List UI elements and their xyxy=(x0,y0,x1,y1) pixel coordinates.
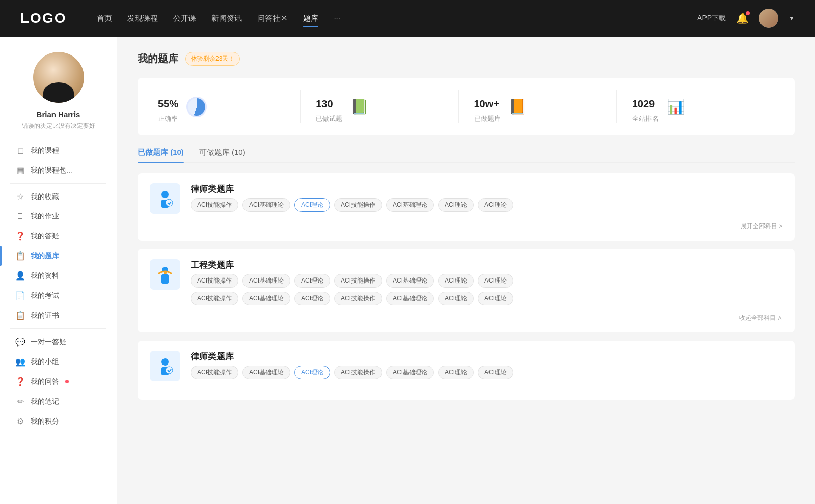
stat-done-banks: 10w+ 已做题库 📙 xyxy=(459,90,617,123)
tag-2-1-4[interactable]: ACI基础理论 xyxy=(386,292,434,305)
nav-qbank[interactable]: 题库 xyxy=(303,12,318,25)
tag-1-6[interactable]: ACI理论 xyxy=(478,198,513,212)
stat-rank-numbers: 1029 全站排名 xyxy=(632,90,659,123)
qbank-info-2: 工程类题库 ACI技能操作 ACI基础理论 ACI理论 ACI技能操作 ACI基… xyxy=(191,259,782,305)
tag-2-1-5[interactable]: ACI理论 xyxy=(438,292,474,305)
user-menu-chevron[interactable]: ▼ xyxy=(789,15,795,22)
tag-2-0-0[interactable]: ACI技能操作 xyxy=(191,274,238,288)
sidebar-item-materials[interactable]: 👤 我的资料 xyxy=(0,266,117,286)
nav-open-course[interactable]: 公开课 xyxy=(173,12,196,25)
logo: LOGO xyxy=(20,10,66,26)
sidebar-item-certificates[interactable]: 📋 我的证书 xyxy=(0,305,117,325)
sidebar-item-favorites[interactable]: ☆ 我的收藏 xyxy=(0,187,117,207)
sidebar-item-groups[interactable]: 👥 我的小组 xyxy=(0,352,117,372)
svg-rect-4 xyxy=(161,274,169,284)
tag-2-1-2[interactable]: ACI理论 xyxy=(294,292,330,305)
sidebar-item-one-on-one[interactable]: 💬 一对一答疑 xyxy=(0,332,117,352)
nav-qa[interactable]: 问答社区 xyxy=(257,12,288,25)
stat-accuracy-numbers: 55% 正确率 xyxy=(158,90,178,123)
notification-dot xyxy=(746,11,750,15)
expand-link-1[interactable]: 展开全部科目 > xyxy=(150,222,782,231)
sidebar-item-points[interactable]: ⚙ 我的积分 xyxy=(0,411,117,431)
navbar: LOGO 首页 发现课程 公开课 新闻资讯 问答社区 题库 ··· APP下载 … xyxy=(0,0,815,37)
tag-2-0-4[interactable]: ACI基础理论 xyxy=(386,274,434,288)
tag-2-1-6[interactable]: ACI理论 xyxy=(478,292,513,305)
qbank-icon-lawyer xyxy=(150,183,180,214)
tag-3-5[interactable]: ACI理论 xyxy=(438,366,474,379)
tag-1-0[interactable]: ACI技能操作 xyxy=(191,198,238,212)
tag-1-3[interactable]: ACI技能操作 xyxy=(334,198,382,212)
sidebar-item-homework[interactable]: 🗒 我的作业 xyxy=(0,207,117,226)
tag-3-2[interactable]: ACI理论 xyxy=(294,366,330,379)
avatar-image xyxy=(759,9,778,28)
lawyer-svg-icon-2 xyxy=(154,355,176,377)
rank-value: 1029 xyxy=(632,90,659,112)
done-questions-value: 130 xyxy=(316,90,342,112)
tag-3-4[interactable]: ACI基础理论 xyxy=(386,366,434,379)
notes-icon: ✏ xyxy=(15,397,25,406)
qbank-header-3: 律师类题库 ACI技能操作 ACI基础理论 ACI理论 ACI技能操作 ACI基… xyxy=(150,351,782,381)
nav-news[interactable]: 新闻资讯 xyxy=(211,12,242,25)
sidebar-item-my-qa[interactable]: ❓ 我的问答 xyxy=(0,372,117,391)
stat-site-rank: 1029 全站排名 📊 xyxy=(617,90,774,123)
tag-3-3[interactable]: ACI技能操作 xyxy=(334,366,382,379)
qbank-info-3: 律师类题库 ACI技能操作 ACI基础理论 ACI理论 ACI技能操作 ACI基… xyxy=(191,351,513,379)
sidebar-item-my-courses[interactable]: ◻ 我的课程 xyxy=(0,141,117,160)
user-avatar-nav[interactable] xyxy=(759,9,778,28)
sidebar-item-qbank[interactable]: 📋 我的题库 xyxy=(0,246,117,266)
app-download-link[interactable]: APP下载 xyxy=(697,14,726,23)
one-on-one-icon: 💬 xyxy=(15,337,25,347)
tag-2-1-0[interactable]: ACI技能操作 xyxy=(191,292,238,305)
tag-3-1[interactable]: ACI基础理论 xyxy=(242,366,290,379)
svg-point-0 xyxy=(161,191,169,198)
tag-1-4[interactable]: ACI基础理论 xyxy=(386,198,434,212)
qbank-tags-1: ACI技能操作 ACI基础理论 ACI理论 ACI技能操作 ACI基础理论 AC… xyxy=(191,198,513,212)
menu-divider-2 xyxy=(10,328,106,329)
stat-done-numbers: 130 已做试题 xyxy=(316,90,342,123)
nav-home[interactable]: 首页 xyxy=(97,12,112,25)
done-banks-value: 10w+ xyxy=(474,90,501,112)
tag-2-0-1[interactable]: ACI基础理论 xyxy=(242,274,290,288)
tag-2-1-3[interactable]: ACI技能操作 xyxy=(334,292,382,305)
page-title: 我的题库 xyxy=(138,52,178,66)
qbank-header-2: 工程类题库 ACI技能操作 ACI基础理论 ACI理论 ACI技能操作 ACI基… xyxy=(150,259,782,305)
tag-2-0-6[interactable]: ACI理论 xyxy=(478,274,513,288)
tab-available-banks[interactable]: 可做题库 (10) xyxy=(199,148,246,162)
tabs-row: 已做题库 (10) 可做题库 (10) xyxy=(138,148,795,163)
tag-1-1[interactable]: ACI基础理论 xyxy=(242,198,290,212)
star-icon: ☆ xyxy=(15,192,25,202)
rank-icon: 📊 xyxy=(667,98,685,115)
qbank-card-lawyer-1: 律师类题库 ACI技能操作 ACI基础理论 ACI理论 ACI技能操作 ACI基… xyxy=(138,173,795,241)
tag-2-0-2[interactable]: ACI理论 xyxy=(294,274,330,288)
tag-3-0[interactable]: ACI技能操作 xyxy=(191,366,238,379)
sidebar-item-exams[interactable]: 📄 我的考试 xyxy=(0,286,117,305)
tag-2-1-1[interactable]: ACI基础理论 xyxy=(242,292,290,305)
qbank-card-engineer: 工程类题库 ACI技能操作 ACI基础理论 ACI理论 ACI技能操作 ACI基… xyxy=(138,249,795,332)
stat-done-banks-numbers: 10w+ 已做题库 xyxy=(474,90,501,123)
tag-3-6[interactable]: ACI理论 xyxy=(478,366,513,379)
tag-1-5[interactable]: ACI理论 xyxy=(438,198,474,212)
stats-card: 55% 正确率 130 已做试题 📗 10w+ xyxy=(138,78,795,135)
nav-more[interactable]: ··· xyxy=(334,12,340,25)
collapse-link-2[interactable]: 收起全部科目 ∧ xyxy=(150,314,782,322)
exams-icon: 📄 xyxy=(15,291,25,300)
tag-2-0-3[interactable]: ACI技能操作 xyxy=(334,274,382,288)
tag-1-2[interactable]: ACI理论 xyxy=(294,198,330,212)
qbank-title-3: 律师类题库 xyxy=(191,351,513,362)
notification-icon[interactable]: 🔔 xyxy=(736,12,749,24)
sidebar-item-answers[interactable]: ❓ 我的答疑 xyxy=(0,226,117,246)
my-qa-icon: ❓ xyxy=(15,377,25,386)
nav-discover[interactable]: 发现课程 xyxy=(127,12,158,25)
tag-2-0-5[interactable]: ACI理论 xyxy=(438,274,474,288)
menu-divider-1 xyxy=(10,183,106,184)
qbank-tags-3: ACI技能操作 ACI基础理论 ACI理论 ACI技能操作 ACI基础理论 AC… xyxy=(191,366,513,379)
answers-icon: ❓ xyxy=(15,231,25,241)
cert-icon: 📋 xyxy=(15,311,25,320)
trial-badge: 体验剩余23天！ xyxy=(185,52,240,66)
qbank-card-lawyer-2: 律师类题库 ACI技能操作 ACI基础理论 ACI理论 ACI技能操作 ACI基… xyxy=(138,341,795,400)
sidebar-item-notes[interactable]: ✏ 我的笔记 xyxy=(0,391,117,411)
sidebar-item-course-packages[interactable]: ▦ 我的课程包... xyxy=(0,160,117,180)
tab-done-banks[interactable]: 已做题库 (10) xyxy=(138,148,184,162)
qbank-title-2: 工程类题库 xyxy=(191,259,782,271)
accuracy-label: 正确率 xyxy=(158,114,178,123)
